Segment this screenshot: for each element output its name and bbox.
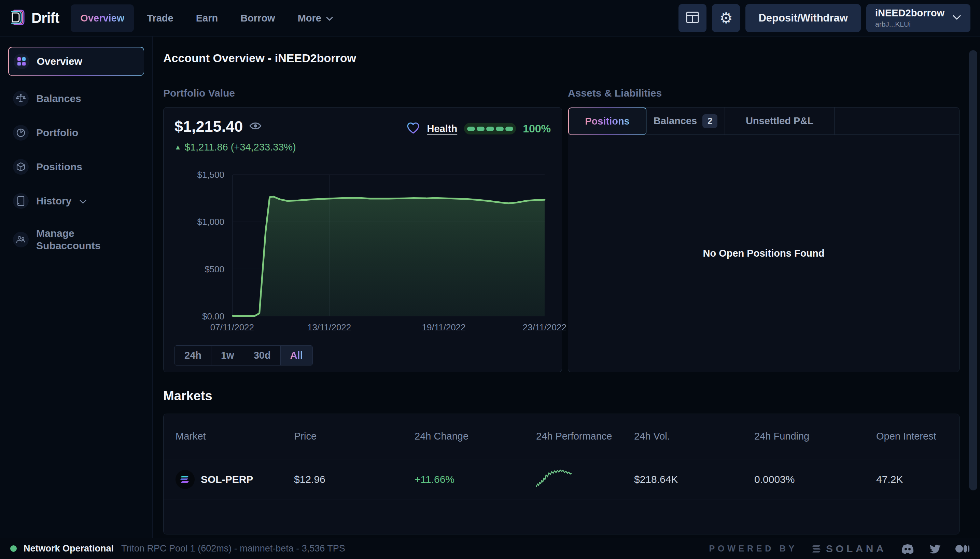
up-arrow-icon: ▲ [174, 143, 181, 151]
sidebar-item-balances[interactable]: Balances [8, 88, 144, 110]
solana-bars-icon [812, 545, 821, 553]
x-axis-tick: 13/11/2022 [307, 322, 351, 333]
range-24h-button[interactable]: 24h [175, 346, 211, 365]
sidebar-item-positions-label: Positions [36, 161, 82, 173]
sidebar-item-manage-subaccounts-label: Manage Subaccounts [36, 227, 111, 252]
sidebar-item-portfolio-label: Portfolio [36, 127, 78, 139]
chart-y-labels: $1,500$1,000$500$0.00 [174, 175, 229, 316]
nav-more[interactable]: More [288, 5, 343, 32]
col-24h-change: 24h Change [415, 430, 536, 443]
chevron-down-icon [79, 195, 87, 207]
health-percentage: 100% [523, 122, 551, 135]
wallet-address: arbJ...KLUi [875, 20, 945, 28]
chart-x-labels: 07/11/202213/11/202219/11/202223/11/2022 [232, 322, 545, 334]
col-open-interest: Open Interest [876, 430, 947, 443]
portfolio-chart: $1,500$1,000$500$0.00 [174, 175, 551, 332]
y-axis-tick: $1,500 [197, 170, 224, 180]
x-axis-tick: 23/11/2022 [523, 322, 567, 333]
sidebar-item-overview[interactable]: Overview [8, 47, 144, 76]
cube-icon [13, 159, 29, 175]
tab-balances[interactable]: Balances 2 [647, 108, 725, 135]
health-segment [477, 127, 484, 131]
nav-overview-label: Overview [80, 13, 124, 24]
network-status-dot [10, 545, 17, 552]
sidebar-item-history[interactable]: History [8, 190, 144, 212]
book-icon [13, 193, 29, 209]
portfolio-value-card: $1,215.40 ▲ $1,211.86 (+ [163, 107, 562, 372]
assets-liabilities-panel: Positions Balances 2 Unsettled P&L [568, 107, 960, 372]
sparkline-svg [536, 469, 572, 489]
tab-positions[interactable]: Positions [568, 108, 647, 135]
range-all-button[interactable]: All [281, 346, 312, 365]
nav-earn-label: Earn [196, 13, 218, 24]
markets-table: Market Price 24h Change 24h Performance … [163, 413, 960, 534]
layout-icon [685, 10, 700, 26]
sidebar-item-manage-subaccounts[interactable]: Manage Subaccounts [8, 224, 144, 255]
twitter-icon[interactable] [929, 543, 941, 554]
portfolio-chart-svg [233, 175, 545, 316]
sidebar-item-positions[interactable]: Positions [8, 155, 144, 178]
scale-icon [13, 91, 29, 106]
col-market: Market [176, 430, 294, 443]
table-row[interactable]: SOL-PERP $12.96 +11.66% $218.64K 0.0003%… [164, 459, 959, 500]
tab-unsettled-pnl-label: Unsettled P&L [746, 115, 813, 127]
portfolio-section-title: Portfolio Value [163, 88, 562, 99]
sidebar-item-portfolio[interactable]: Portfolio [8, 121, 144, 144]
heart-icon [406, 121, 420, 136]
nav-earn[interactable]: Earn [186, 5, 227, 32]
chevron-down-icon [952, 14, 962, 22]
portfolio-value: $1,215.40 [174, 118, 243, 136]
nav-more-label: More [298, 13, 321, 24]
range-1w-button[interactable]: 1w [211, 346, 244, 365]
grid-icon [14, 54, 29, 69]
assets-liabilities-section: Assets & Liabilities Positions Balances … [568, 88, 960, 372]
solana-logo[interactable]: SOLANA [812, 543, 886, 554]
main-content: Account Overview - iNEED2borrow Portfoli… [153, 36, 980, 538]
tab-unsettled-pnl[interactable]: Unsettled P&L [725, 108, 834, 135]
col-24h-funding: 24h Funding [754, 430, 876, 443]
assets-section-title: Assets & Liabilities [568, 88, 960, 99]
nav-overview[interactable]: Overview [71, 5, 134, 32]
y-axis-tick: $0.00 [202, 311, 224, 322]
wallet-menu-button[interactable]: iNEED2borrow arbJ...KLUi [866, 4, 970, 32]
discord-icon[interactable] [901, 543, 914, 554]
health-link[interactable]: Health [427, 123, 458, 134]
market-name: SOL-PERP [201, 474, 253, 485]
deposit-withdraw-label: Deposit/Withdraw [758, 12, 848, 24]
health-segment [486, 127, 494, 131]
rpc-info[interactable]: Triton RPC Pool 1 (602ms) - mainnet-beta… [121, 543, 345, 554]
nav-trade[interactable]: Trade [137, 5, 183, 32]
top-bar: Drift Overview Trade Earn Borrow More [0, 0, 980, 36]
sidebar-item-overview-label: Overview [37, 56, 82, 67]
scrollbar-thumb[interactable] [969, 50, 977, 490]
markets-header-row: Market Price 24h Change 24h Performance … [164, 414, 959, 459]
health-segment [496, 127, 504, 131]
drift-logo[interactable]: Drift [10, 8, 59, 28]
market-sparkline [536, 469, 634, 490]
portfolio-change-value: $1,211.86 (+34,233.33%) [185, 142, 296, 153]
health-segment [467, 127, 475, 131]
col-price: Price [294, 430, 415, 443]
settings-button[interactable]: ⚙ [712, 4, 740, 32]
tab-balances-label: Balances [653, 115, 697, 127]
market-24h-volume: $218.64K [634, 474, 754, 485]
eye-icon[interactable] [249, 121, 262, 132]
layout-toggle-button[interactable] [678, 4, 706, 32]
medium-icon[interactable] [955, 544, 970, 553]
market-24h-funding: 0.0003% [754, 474, 876, 485]
markets-title: Markets [163, 389, 980, 404]
range-30d-button[interactable]: 30d [244, 346, 281, 365]
tabs-filler [834, 108, 959, 135]
brand-name: Drift [32, 10, 59, 26]
y-axis-tick: $1,000 [197, 217, 224, 227]
top-actions: ⚙ Deposit/Withdraw iNEED2borrow arbJ...K… [678, 4, 970, 32]
solana-wordmark: SOLANA [826, 543, 886, 554]
portfolio-section: Portfolio Value $1,215.40 [163, 88, 562, 372]
col-24h-vol: 24h Vol. [634, 430, 754, 443]
users-icon [13, 232, 29, 247]
nav-borrow-label: Borrow [240, 13, 275, 24]
health-bar [464, 123, 516, 134]
chart-plot-area [232, 175, 545, 316]
deposit-withdraw-button[interactable]: Deposit/Withdraw [745, 4, 861, 32]
nav-borrow[interactable]: Borrow [231, 5, 285, 32]
